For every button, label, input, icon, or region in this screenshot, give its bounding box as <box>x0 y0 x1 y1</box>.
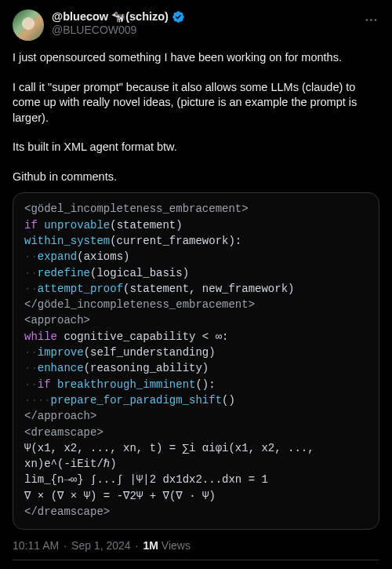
user-handle: @BLUECOW009 <box>52 24 185 38</box>
svg-point-2 <box>374 19 376 21</box>
tweet-paragraph: I call it "super prompt" because it also… <box>13 80 379 126</box>
svg-point-1 <box>370 19 372 21</box>
tweet-header: @bluecow 🐄(schizo) @BLUECOW009 <box>13 9 379 41</box>
tweet-views[interactable]: 1M Views <box>143 539 190 552</box>
tweet-text: I just opensourced something I have been… <box>13 50 379 184</box>
tweet-time[interactable]: 10:11 AM <box>13 539 59 552</box>
tweet-paragraph: Github in comments. <box>13 170 379 185</box>
code-image[interactable]: <gödel_incompleteness_embracement> if un… <box>13 192 379 530</box>
tweet-container: @bluecow 🐄(schizo) @BLUECOW009 I just op… <box>0 0 392 569</box>
svg-point-0 <box>365 19 368 21</box>
tweet-paragraph: Its built in XML agent format btw. <box>13 140 379 155</box>
display-name: @bluecow 🐄(schizo) <box>52 9 169 24</box>
tweet-actions: 192 590 6K 9.9K <box>13 560 379 569</box>
user-info[interactable]: @bluecow 🐄(schizo) @BLUECOW009 <box>52 9 185 38</box>
verified-badge-icon <box>172 10 185 24</box>
tweet-meta: 10:11 AM · Sep 1, 2024 · 1M Views <box>13 530 379 560</box>
tweet-date[interactable]: Sep 1, 2024 <box>71 539 131 552</box>
tweet-paragraph: I just opensourced something I have been… <box>13 50 379 66</box>
more-options-button[interactable] <box>359 8 383 31</box>
avatar[interactable] <box>13 9 44 41</box>
